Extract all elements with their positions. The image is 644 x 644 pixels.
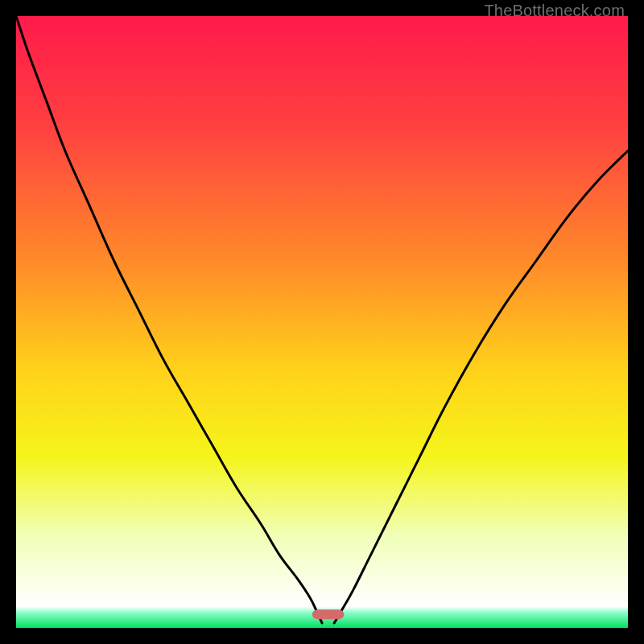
chart-frame — [16, 16, 628, 628]
bottleneck-chart — [16, 16, 628, 628]
chart-background — [16, 16, 628, 628]
optimal-marker — [312, 609, 345, 619]
